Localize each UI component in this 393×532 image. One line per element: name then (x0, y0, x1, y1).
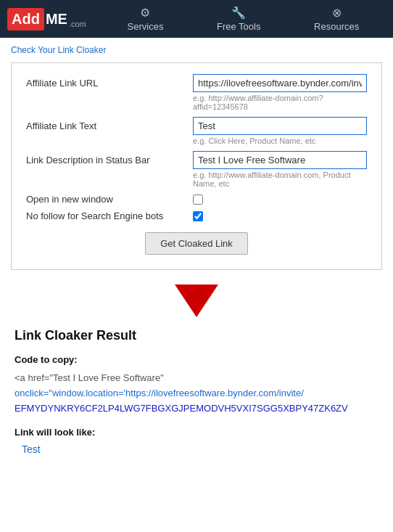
open-new-window-label: Open in new window (26, 194, 193, 205)
resources-icon: ⊗ (332, 6, 342, 20)
affiliate-text-hint: e.g. Click Here, Product Name, etc (193, 136, 367, 145)
affiliate-text-input[interactable] (193, 117, 367, 135)
down-arrow-icon (175, 285, 218, 317)
nav-label-services: Services (128, 21, 164, 32)
result-section: Link Cloaker Result Code to copy: <a hre… (11, 328, 382, 455)
code-label: Code to copy: (15, 354, 378, 365)
look-label: Link will look like: (15, 427, 378, 438)
no-follow-label: No follow for Search Engine bots (26, 210, 193, 221)
breadcrumb: Check Your Link Cloaker (11, 45, 382, 55)
code-line1: <a href="Test I Love Free Software" (15, 372, 164, 383)
nav-item-services[interactable]: ⚙ Services (120, 1, 171, 36)
nav-item-resources[interactable]: ⊗ Resources (307, 1, 366, 36)
link-description-input[interactable] (193, 151, 367, 169)
nav-label-resources: Resources (314, 21, 359, 32)
form-button-row: Get Cloaked Link (26, 232, 367, 255)
header: Add ME .com ⚙ Services 🔧 Free Tools ⊗ Re… (0, 0, 393, 38)
open-new-window-checkbox[interactable] (193, 195, 203, 205)
logo-add: Add (7, 8, 44, 30)
code-text: <a href="Test I Love Free Software" oncl… (15, 371, 378, 416)
main-nav: ⚙ Services 🔧 Free Tools ⊗ Resources (101, 1, 386, 36)
affiliate-text-field-wrap: e.g. Click Here, Product Name, etc (193, 117, 367, 145)
affiliate-text-label: Affiliate Link Text (26, 117, 193, 131)
code-line3: EFMYDYNKRY6CF2LP4LWG7FBGXGJPEMODVH5VXI7S… (15, 403, 348, 414)
open-new-window-row: Open in new window (26, 194, 367, 205)
link-description-field-wrap: e.g. http://www.affiliate-domain.com, Pr… (193, 151, 367, 188)
logo-me: ME (46, 11, 67, 28)
no-follow-row: No follow for Search Engine bots (26, 210, 367, 221)
affiliate-url-input[interactable] (193, 74, 367, 92)
logo-com: .com (69, 20, 86, 28)
link-description-row: Link Description in Status Bar e.g. http… (26, 151, 367, 188)
look-link[interactable]: Test (22, 443, 41, 455)
no-follow-checkbox[interactable] (193, 211, 203, 221)
affiliate-url-row: Affiliate Link URL e.g. http://www.affil… (26, 74, 367, 111)
affiliate-text-row: Affiliate Link Text e.g. Click Here, Pro… (26, 117, 367, 145)
free-tools-icon: 🔧 (231, 6, 246, 20)
content: Check Your Link Cloaker Affiliate Link U… (0, 38, 393, 470)
result-title: Link Cloaker Result (15, 328, 378, 343)
nav-item-free-tools[interactable]: 🔧 Free Tools (210, 1, 268, 36)
affiliate-url-hint: e.g. http://www.affiliate-domain.com?aff… (193, 94, 367, 111)
get-cloaked-button[interactable]: Get Cloaked Link (145, 232, 248, 255)
services-icon: ⚙ (140, 6, 150, 20)
affiliate-url-field-wrap: e.g. http://www.affiliate-domain.com?aff… (193, 74, 367, 111)
affiliate-url-label: Affiliate Link URL (26, 74, 193, 89)
link-cloaker-form: Affiliate Link URL e.g. http://www.affil… (11, 62, 382, 270)
logo[interactable]: Add ME .com (7, 8, 86, 30)
link-description-hint: e.g. http://www.affiliate-domain.com, Pr… (193, 171, 367, 188)
arrow-section (11, 285, 382, 317)
code-line2: onclick="window.location='https://ilovef… (15, 388, 304, 398)
link-description-label: Link Description in Status Bar (26, 151, 193, 165)
nav-label-free-tools: Free Tools (217, 21, 260, 32)
